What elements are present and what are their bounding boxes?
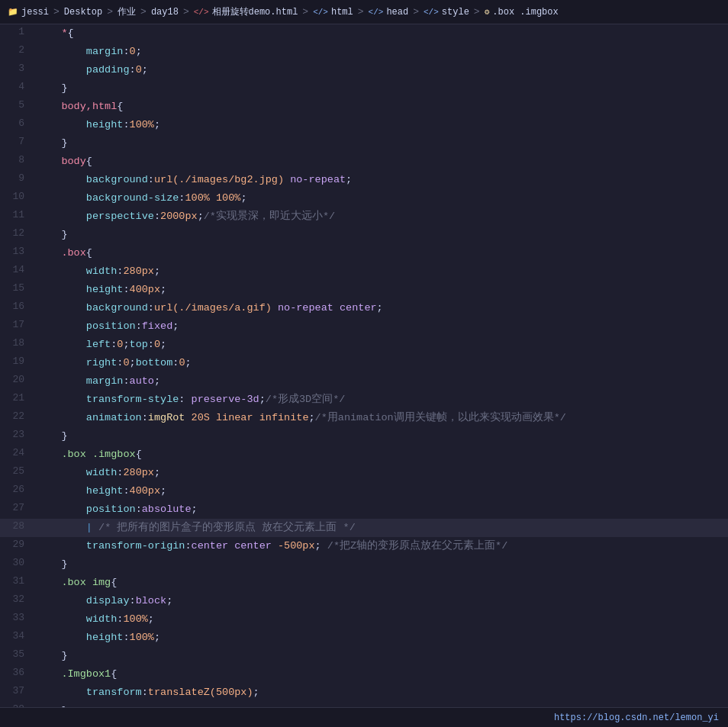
code-line: 3 padding:0;: [0, 61, 728, 79]
code-line: 27 position:absolute;: [0, 500, 728, 519]
breadcrumb-sep-8: >: [474, 6, 480, 18]
html-file-icon: </>: [194, 8, 209, 17]
breadcrumb-label: .box .imgbox: [492, 7, 558, 18]
code-line: 1 *{: [0, 24, 728, 43]
breadcrumb-file-html[interactable]: </> 相册旋转demo.html: [194, 5, 298, 18]
breadcrumb-sep-6: >: [358, 6, 364, 18]
code-line: 16 background:url(./images/a.gif) no-rep…: [0, 299, 728, 317]
status-bar: https://blog.csdn.net/lemon_yi: [0, 707, 728, 727]
code-line: 21 transform-style: preserve-3d;/*形成3D空间…: [0, 391, 728, 409]
breadcrumb-sep-3: >: [140, 6, 147, 18]
breadcrumb-label: 作业: [118, 5, 136, 18]
breadcrumb-sep-2: >: [107, 6, 113, 18]
code-line: 31 .box img{: [0, 574, 728, 592]
code-line: 6 height:100%;: [0, 116, 728, 134]
code-line: 12 }: [0, 226, 728, 244]
breadcrumb-element-head[interactable]: </> head: [369, 7, 409, 18]
code-line: 18 left:0;top:0;: [0, 336, 728, 354]
code-line: 14 width:280px;: [0, 262, 728, 281]
status-link[interactable]: https://blog.csdn.net/lemon_yi: [554, 713, 719, 723]
breadcrumb-label: style: [442, 7, 469, 18]
code-line: 8 body{: [0, 153, 728, 171]
code-line: 26 height:400px;: [0, 482, 728, 500]
code-line: 9 background:url(./images/bg2.jpg) no-re…: [0, 171, 728, 189]
code-line: 37 transform:translateZ(500px);: [0, 684, 728, 702]
breadcrumb-sep-7: >: [413, 6, 419, 18]
breadcrumb-label: head: [386, 7, 408, 18]
breadcrumb-folder-jessi[interactable]: 📁 jessi: [8, 7, 49, 18]
code-line: 34 height:100%;: [0, 629, 728, 647]
code-line: 22 animation:imgRot 20S linear infinite;…: [0, 409, 728, 427]
code-line: 32 display:block;: [0, 592, 728, 610]
code-line: 19 right:0;bottom:0;: [0, 354, 728, 372]
code-line: 38 }: [0, 702, 728, 707]
code-line-highlighted: 28 | /* 把所有的图片盒子的变形原点 放在父元素上面 */: [0, 519, 728, 537]
code-line: 2 margin:0;: [0, 43, 728, 61]
code-line: 29 transform-origin:center center -500px…: [0, 537, 728, 555]
code-line: 7 }: [0, 134, 728, 153]
breadcrumb-label: Desktop: [64, 7, 102, 18]
code-editor: 1 *{ 2 margin:0; 3 padding:0; 4 } 5 body…: [0, 24, 728, 707]
breadcrumb-folder-zuoye[interactable]: 作业: [118, 5, 136, 18]
code-line: 36 .Imgbox1{: [0, 665, 728, 684]
breadcrumb-element-html[interactable]: </> html: [313, 7, 353, 18]
code-line: 17 position:fixed;: [0, 317, 728, 336]
code-line: 10 background-size:100% 100%;: [0, 189, 728, 207]
breadcrumb-label: 相册旋转demo.html: [212, 5, 298, 18]
css-rule-icon: ⚙: [485, 7, 490, 17]
breadcrumb-sep-5: >: [302, 6, 308, 18]
code-line: 23 }: [0, 427, 728, 446]
code-line: 4 }: [0, 79, 728, 98]
breadcrumb-label: jessi: [21, 7, 49, 18]
code-line: 35 }: [0, 647, 728, 665]
code-line: 20 margin:auto;: [0, 372, 728, 391]
code-line: 13 .box{: [0, 244, 728, 262]
element-icon-style: </>: [424, 8, 439, 17]
breadcrumb-rule-box-imgbox[interactable]: ⚙ .box .imgbox: [485, 7, 559, 18]
code-line: 5 body,html{: [0, 98, 728, 116]
breadcrumb-label: day18: [151, 7, 179, 18]
breadcrumb-folder-day18[interactable]: day18: [151, 7, 179, 18]
code-line: 24 .box .imgbox{: [0, 446, 728, 464]
breadcrumb-sep-1: >: [53, 6, 60, 18]
breadcrumb-label: html: [331, 7, 353, 18]
element-icon-head: </>: [369, 8, 384, 17]
code-line: 30 }: [0, 555, 728, 574]
code-line: 33 width:100%;: [0, 610, 728, 629]
code-line: 25 width:280px;: [0, 464, 728, 482]
breadcrumb-folder-desktop[interactable]: Desktop: [64, 7, 102, 18]
code-line: 15 height:400px;: [0, 281, 728, 299]
breadcrumb-element-style[interactable]: </> style: [424, 7, 469, 18]
breadcrumb-bar: 📁 jessi > Desktop > 作业 > day18 > </> 相册旋…: [0, 0, 728, 24]
element-icon: </>: [313, 8, 328, 17]
breadcrumb-sep-4: >: [183, 6, 189, 18]
folder-icon: 📁: [8, 7, 18, 17]
code-line: 11 perspective:2000px;/*实现景深，即近大远小*/: [0, 207, 728, 226]
